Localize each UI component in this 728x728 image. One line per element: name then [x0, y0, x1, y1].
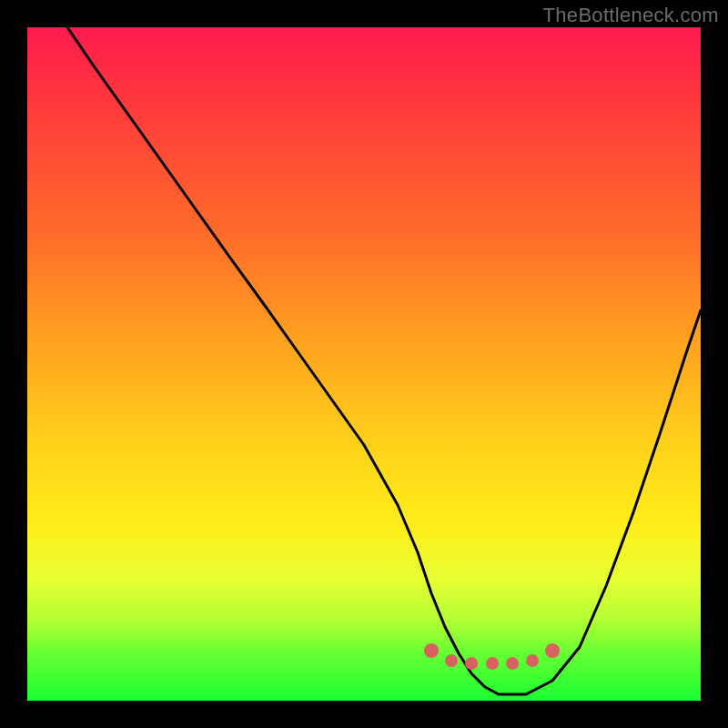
svg-point-3	[486, 657, 499, 670]
svg-point-5	[526, 654, 539, 667]
svg-point-0	[424, 643, 439, 658]
sweet-spot-dots	[424, 643, 560, 670]
svg-point-4	[506, 657, 519, 670]
chart-frame: TheBottleneck.com	[0, 0, 728, 728]
svg-point-6	[545, 643, 560, 658]
svg-point-1	[445, 654, 458, 667]
bottleneck-curve	[67, 27, 701, 694]
svg-point-2	[465, 657, 478, 670]
watermark-text: TheBottleneck.com	[543, 4, 719, 27]
chart-svg	[27, 27, 701, 701]
